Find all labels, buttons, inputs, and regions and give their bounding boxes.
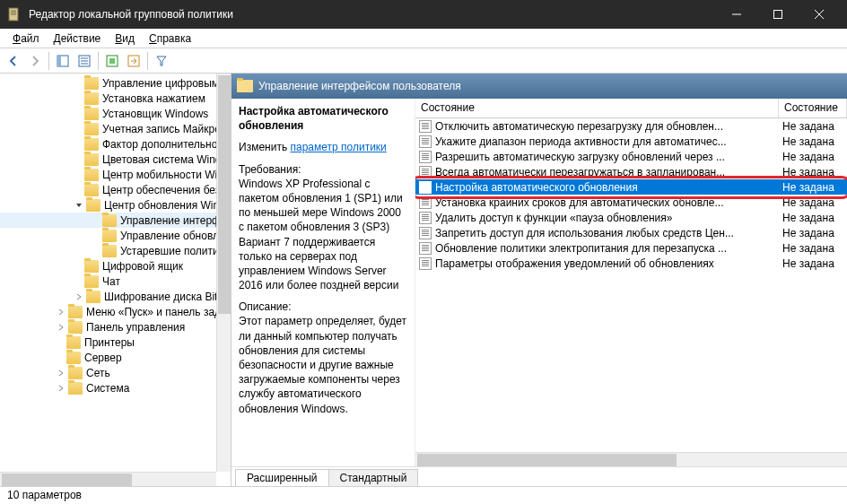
menu-file[interactable]: Файл [5, 30, 47, 47]
tree-item[interactable]: Центр обновления Wind [0, 197, 231, 213]
setting-icon [419, 120, 432, 133]
tree-item[interactable]: Устаревшие полити [0, 243, 231, 258]
tree-item[interactable]: Принтеры [0, 335, 231, 350]
list-row[interactable]: Укажите диапазон периода активности для … [415, 134, 847, 149]
list-row[interactable]: Запретить доступ для использования любых… [415, 225, 847, 240]
folder-icon [68, 382, 83, 395]
export-button[interactable] [124, 51, 144, 71]
menu-view[interactable]: Вид [108, 30, 142, 47]
content-area: Управление цифровымУстановка нажатиемУст… [0, 74, 847, 486]
tree-item[interactable]: Центр мобильности Wi [0, 167, 231, 182]
tree-h-scrollbar[interactable] [0, 472, 216, 486]
folder-icon [86, 291, 100, 303]
tree-item[interactable]: Сеть [0, 365, 231, 380]
folder-icon [102, 230, 117, 242]
menu-help[interactable]: Справка [142, 30, 198, 47]
tree-item-label: Чат [102, 275, 120, 288]
list-row[interactable]: Параметры отображения уведомлений об обн… [415, 256, 847, 271]
row-state: Не задана [779, 196, 847, 209]
tree-panel[interactable]: Управление цифровымУстановка нажатиемУст… [0, 74, 231, 486]
tree-item[interactable]: Управление цифровым [0, 75, 231, 91]
tree-item-label: Панель управления [86, 321, 185, 334]
maximize-button[interactable] [757, 0, 799, 29]
tree-item[interactable]: Управление обновле [0, 228, 231, 243]
tree-item-label: Центр обеспечения без [102, 184, 220, 196]
tree-item[interactable]: Учетная запись Майкро [0, 121, 231, 136]
tabs: Расширенный Стандартный [231, 466, 847, 486]
folder-icon [84, 153, 99, 166]
scrollbar-thumb[interactable] [218, 75, 231, 314]
change-label: Изменить [239, 141, 287, 153]
row-name: Удалить доступ к функции «пауза обновлен… [435, 212, 672, 224]
chevron-down-icon[interactable] [74, 200, 84, 211]
list-row[interactable]: Разрешить автоматическую загрузку обновл… [415, 149, 847, 164]
close-button[interactable] [799, 0, 840, 29]
list-row[interactable]: Обновление политики электропитания для п… [415, 240, 847, 256]
show-hide-tree-button[interactable] [53, 51, 73, 71]
toolbar [0, 48, 847, 74]
list-row[interactable]: Настройка автоматического обновленияНе з… [415, 179, 847, 195]
menu-action[interactable]: Действие [47, 30, 109, 47]
scrollbar-thumb[interactable] [2, 474, 132, 486]
back-button[interactable] [4, 51, 23, 71]
tree-item[interactable]: Меню «Пуск» и панель зада [0, 304, 231, 319]
description-text: Этот параметр определяет, будет ли данны… [239, 315, 406, 414]
row-name: Обновление политики электропитания для п… [435, 242, 727, 255]
list-row[interactable]: Удалить доступ к функции «пауза обновлен… [415, 210, 847, 225]
setting-icon [419, 181, 432, 194]
tree-item[interactable]: Чат [0, 274, 231, 289]
list-h-scrollbar[interactable] [415, 452, 847, 466]
chevron-right-icon[interactable] [56, 322, 66, 333]
row-name: Разрешить автоматическую загрузку обновл… [435, 151, 725, 163]
svg-rect-5 [774, 11, 782, 19]
scrollbar-thumb[interactable] [417, 454, 677, 466]
tree-item-label: Меню «Пуск» и панель зада [86, 306, 227, 318]
list-row[interactable]: Отключить автоматическую перезагрузку дл… [415, 118, 847, 134]
col-state[interactable]: Состояние [779, 99, 847, 117]
forward-button[interactable] [25, 51, 45, 71]
folder-icon [68, 367, 83, 379]
tree-item[interactable]: Управление интерфе [0, 213, 231, 228]
policy-param-link[interactable]: параметр политики [290, 141, 386, 153]
tree-item[interactable]: Шифрование диска BitL [0, 289, 231, 304]
tree-item-label: Шифрование диска BitL [104, 291, 223, 303]
chevron-right-icon[interactable] [56, 368, 66, 378]
row-name: Параметры отображения уведомлений об обн… [435, 257, 714, 270]
tree-item[interactable]: Установщик Windows [0, 106, 231, 121]
tree-item[interactable]: Фактор дополнительно [0, 136, 231, 152]
chevron-right-icon[interactable] [74, 291, 84, 302]
tree-item-label: Цифровой ящик [102, 260, 183, 273]
tree-item[interactable]: Система [0, 380, 231, 395]
row-name: Укажите диапазон периода активности для … [435, 135, 727, 148]
detail-header: Управление интерфейсом пользователя [231, 74, 847, 99]
chevron-right-icon[interactable] [56, 307, 66, 317]
setting-icon [419, 212, 432, 224]
col-name[interactable]: Состояние [415, 99, 779, 117]
tree-item[interactable]: Цветовая система Wind [0, 152, 231, 167]
tree-item[interactable]: Цифровой ящик [0, 258, 231, 274]
requirements-label: Требования: [239, 163, 301, 176]
tree-item[interactable]: Сервер [0, 350, 231, 365]
folder-icon [84, 169, 99, 181]
list-row[interactable]: Установка крайних сроков для автоматичес… [415, 195, 847, 210]
folder-icon [86, 199, 100, 212]
tree-item[interactable]: Панель управления [0, 319, 231, 335]
tree-item[interactable]: Установка нажатием [0, 91, 231, 106]
tree-v-scrollbar[interactable] [216, 74, 231, 472]
setting-icon [419, 166, 432, 178]
row-name: Настройка автоматического обновления [435, 181, 638, 194]
tree-item-label: Учетная запись Майкро [102, 123, 221, 135]
tree-item-label: Цветовая система Wind [102, 153, 222, 166]
minimize-button[interactable] [716, 0, 757, 29]
chevron-right-icon[interactable] [56, 383, 66, 394]
list-row[interactable]: Всегда автоматически перезагружаться в з… [415, 164, 847, 179]
setting-icon [419, 242, 432, 255]
filter-button[interactable] [152, 51, 171, 71]
properties-button[interactable] [74, 51, 94, 71]
refresh-button[interactable] [102, 51, 122, 71]
tab-standard[interactable]: Стандартный [328, 469, 419, 486]
tree-item-label: Принтеры [84, 336, 135, 349]
list-header: Состояние Состояние [415, 99, 847, 118]
tab-extended[interactable]: Расширенный [235, 469, 329, 486]
tree-item[interactable]: Центр обеспечения без [0, 182, 231, 197]
